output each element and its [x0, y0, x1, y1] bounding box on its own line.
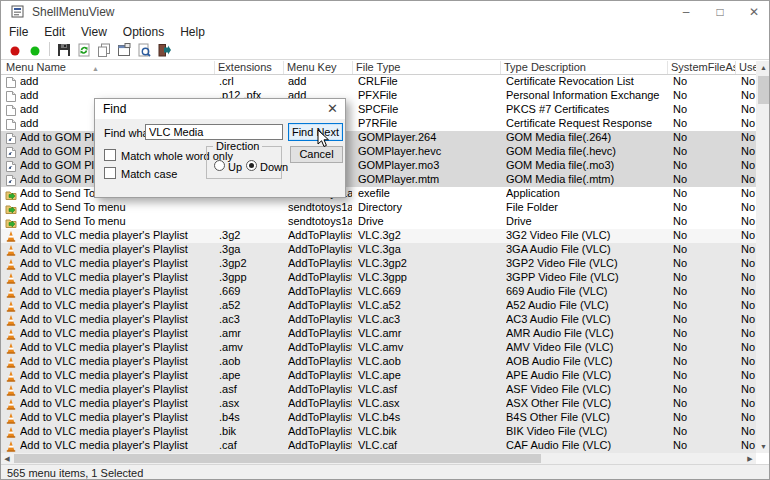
properties-icon[interactable]	[114, 41, 134, 58]
cell-type-description: 3GA Audio File (VLC)	[506, 243, 667, 257]
find-dialog-title-bar[interactable]: Find ✕	[95, 99, 345, 119]
table-row[interactable]: Add to VLC media player's Playlist .3g2 …	[1, 229, 756, 243]
cell-extensions: .asx	[219, 397, 283, 411]
table-row[interactable]: Add to VLC media player's Playlist .b4s …	[1, 411, 756, 425]
refresh-icon[interactable]	[74, 41, 94, 58]
vertical-scrollbar[interactable]: ▲ ▼	[756, 61, 770, 453]
cell-menu-name: Add to VLC media player's Playlist	[20, 397, 213, 411]
table-row[interactable]: Add to VLC media player's Playlist .669 …	[1, 285, 756, 299]
copy-icon[interactable]	[94, 41, 114, 58]
column-header-file-type[interactable]: File Type	[354, 61, 501, 74]
cell-file-type: VLC.asf	[358, 383, 500, 397]
cell-user: No	[741, 173, 756, 187]
cell-extensions: .3gp2	[219, 257, 283, 271]
menu-help[interactable]: Help	[172, 23, 213, 41]
window-title: ShellMenuView	[32, 5, 115, 19]
cell-extensions: .aob	[219, 355, 283, 369]
table-row[interactable]: Add to Send To menu sendtotoys1add Direc…	[1, 201, 756, 215]
column-header-menu-name[interactable]: Menu Name▲	[4, 61, 215, 74]
direction-up-radio[interactable]	[214, 160, 225, 171]
column-header-user[interactable]: User	[737, 61, 756, 74]
cell-file-type: VLC.3ga	[358, 243, 500, 257]
cell-file-type: VLC.ape	[358, 369, 500, 383]
table-row[interactable]: add .crl add CRLFile Certificate Revocat…	[1, 75, 756, 89]
vertical-scroll-thumb[interactable]	[758, 76, 769, 104]
table-row[interactable]: Add to VLC media player's Playlist .caf …	[1, 439, 756, 453]
cell-menu-key: AddToPlaylistV...	[288, 397, 352, 411]
column-header-menu-key[interactable]: Menu Key	[285, 61, 353, 74]
cell-extensions: .b4s	[219, 411, 283, 425]
table-row[interactable]: Add to VLC media player's Playlist .asx …	[1, 397, 756, 411]
menu-file[interactable]: File	[1, 23, 36, 41]
cell-systemfileass: No	[673, 131, 735, 145]
sendto-icon	[5, 202, 18, 214]
find-dialog-close-icon[interactable]: ✕	[327, 101, 338, 116]
minimize-button[interactable]: –	[669, 1, 703, 23]
cell-user: No	[741, 439, 756, 453]
menu-options[interactable]: Options	[115, 23, 172, 41]
scroll-up-icon[interactable]: ▲	[756, 61, 770, 74]
close-button[interactable]: ✕	[737, 1, 770, 23]
cell-menu-name: Add to VLC media player's Playlist	[20, 355, 213, 369]
cell-menu-key: AddToPlaylistV...	[288, 327, 352, 341]
horizontal-scrollbar[interactable]: ◀ ▶	[1, 453, 756, 464]
cell-systemfileass: No	[673, 215, 735, 229]
find-icon[interactable]	[134, 41, 154, 58]
menu-view[interactable]: View	[73, 23, 115, 41]
record-green-icon[interactable]	[25, 41, 45, 58]
cell-file-type: VLC.amv	[358, 341, 500, 355]
find-next-button[interactable]: Find Next	[288, 123, 343, 141]
find-what-input[interactable]	[145, 124, 283, 140]
direction-down-radio[interactable]	[246, 160, 257, 171]
match-whole-word-checkbox[interactable]	[104, 149, 116, 161]
cell-systemfileass: No	[673, 159, 735, 173]
column-header-extensions[interactable]: Extensions	[216, 61, 284, 74]
scroll-down-icon[interactable]: ▼	[756, 440, 770, 453]
table-row[interactable]: Add to VLC media player's Playlist .bik …	[1, 425, 756, 439]
table-row[interactable]: Add to VLC media player's Playlist .ac3 …	[1, 313, 756, 327]
cell-menu-key: AddToPlaylistV...	[288, 271, 352, 285]
vlc-icon	[5, 356, 18, 368]
table-row[interactable]: Add to VLC media player's Playlist .a52 …	[1, 299, 756, 313]
scroll-right-icon[interactable]: ▶	[744, 453, 756, 464]
cell-systemfileass: No	[673, 369, 735, 383]
cell-menu-name: add	[20, 75, 213, 89]
table-row[interactable]: Add to VLC media player's Playlist .3gp2…	[1, 257, 756, 271]
table-row[interactable]: Add to VLC media player's Playlist .ape …	[1, 369, 756, 383]
table-row[interactable]: Add to VLC media player's Playlist .asf …	[1, 383, 756, 397]
table-row[interactable]: Add to VLC media player's Playlist .3ga …	[1, 243, 756, 257]
cell-systemfileass: No	[673, 75, 735, 89]
record-red-icon[interactable]	[5, 41, 25, 58]
cell-menu-key: AddToPlaylistV...	[288, 425, 352, 439]
table-row[interactable]: Add to VLC media player's Playlist .amr …	[1, 327, 756, 341]
cell-menu-key: AddToPlaylistV...	[288, 341, 352, 355]
cell-menu-name: Add to Send To menu	[20, 215, 213, 229]
cell-file-type: GOMPlayer.mtm	[358, 173, 500, 187]
column-header-type-description[interactable]: Type Description	[502, 61, 668, 74]
column-header-systemfileass[interactable]: SystemFileAss...	[669, 61, 736, 74]
scroll-left-icon[interactable]: ◀	[1, 453, 13, 464]
exit-icon[interactable]	[154, 41, 174, 58]
gom-icon	[5, 160, 18, 172]
horizontal-scroll-thumb[interactable]	[14, 454, 541, 463]
cell-menu-key: AddToPlaylistV...	[288, 285, 352, 299]
table-row[interactable]: Add to VLC media player's Playlist .aob …	[1, 355, 756, 369]
table-row[interactable]: Add to Send To menu sendtotoys1add Drive…	[1, 215, 756, 229]
cell-user: No	[741, 117, 756, 131]
save-icon[interactable]	[54, 41, 74, 58]
table-row[interactable]: Add to VLC media player's Playlist .3gpp…	[1, 271, 756, 285]
vlc-icon	[5, 398, 18, 410]
maximize-button[interactable]: □	[703, 1, 737, 23]
cell-systemfileass: No	[673, 313, 735, 327]
cell-type-description: CAF Audio File (VLC)	[506, 439, 667, 453]
match-case-checkbox[interactable]	[104, 167, 116, 179]
gom-icon	[5, 146, 18, 158]
menu-edit[interactable]: Edit	[36, 23, 73, 41]
cell-user: No	[741, 397, 756, 411]
direction-down-label: Down	[260, 161, 288, 173]
cell-menu-key: AddToPlaylistV...	[288, 369, 352, 383]
cell-file-type: VLC.3g2	[358, 229, 500, 243]
table-row[interactable]: Add to VLC media player's Playlist .amv …	[1, 341, 756, 355]
cell-systemfileass: No	[673, 103, 735, 117]
vlc-icon	[5, 272, 18, 284]
